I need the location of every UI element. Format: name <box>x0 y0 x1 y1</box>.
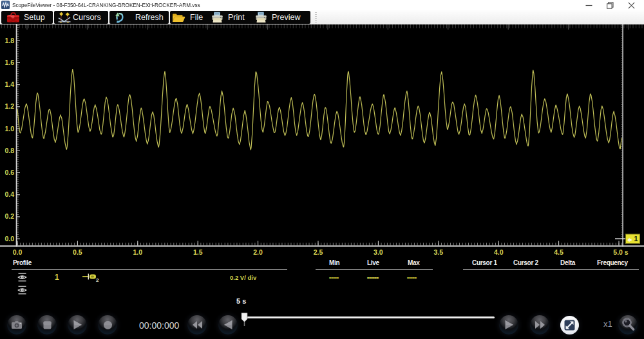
cursors-label: Cursors <box>73 11 101 24</box>
zoom-button[interactable] <box>618 315 638 334</box>
file-toolbar-group: File Print Preview <box>170 11 310 24</box>
svg-text:4.5: 4.5 <box>554 248 564 256</box>
skip-forward-icon <box>535 320 545 329</box>
svg-text:3.5: 3.5 <box>433 248 443 256</box>
transport-bar: 00:00:000 5 s <box>0 309 644 339</box>
svg-text:3.0: 3.0 <box>374 248 383 256</box>
toolbar: Setup Cursors Refresh <box>0 10 644 24</box>
camera-icon <box>11 320 23 329</box>
svg-text:4.0: 4.0 <box>494 248 504 256</box>
slider-time-label: 5 s <box>236 297 246 305</box>
channel2-visibility-eye-icon[interactable] <box>17 286 28 295</box>
svg-text:1.4: 1.4 <box>5 80 14 88</box>
svg-text:0.0: 0.0 <box>5 235 14 243</box>
preview-printer-icon[interactable] <box>254 12 268 23</box>
resize-arrows-icon <box>564 319 576 331</box>
svg-text:1.2: 1.2 <box>5 102 14 110</box>
measurement-panel: Profile Min Live Max Cursor 1 Cursor 2 D… <box>0 257 644 309</box>
preview-label[interactable]: Preview <box>272 11 300 24</box>
play-button[interactable] <box>68 315 87 334</box>
cursor2-header: Cursor 2 <box>513 259 538 266</box>
skip-back-button[interactable] <box>187 315 207 334</box>
print-label[interactable]: Print <box>228 11 245 24</box>
window-title: ScopeFileViewer - 08-F350-64L-CRANKING-B… <box>12 0 200 10</box>
svg-text:0.5: 0.5 <box>73 248 82 256</box>
min-value: ----- <box>329 274 339 280</box>
resize-button[interactable] <box>560 316 579 334</box>
timeline-slider-track[interactable] <box>247 316 495 318</box>
measurements-divider <box>316 269 433 270</box>
profile-divider <box>12 269 287 270</box>
snapshot-button[interactable] <box>7 315 26 334</box>
max-header: Max <box>408 259 420 266</box>
record-icon <box>103 320 113 330</box>
probe-icon: 2 <box>82 273 99 282</box>
cursors-icon <box>58 12 71 23</box>
cursors-divider <box>463 269 639 270</box>
min-header: Min <box>329 259 339 266</box>
minimize-icon <box>585 2 592 9</box>
svg-text:0.0: 0.0 <box>13 248 23 256</box>
step-forward-button[interactable] <box>499 315 518 334</box>
svg-text:1: 1 <box>634 235 638 243</box>
svg-text:0.6: 0.6 <box>5 169 14 176</box>
close-icon <box>628 2 635 9</box>
svg-text:0.4: 0.4 <box>5 190 14 198</box>
channel-scale: 0.2 V/ div <box>230 274 256 281</box>
refresh-label: Refresh <box>135 11 164 24</box>
file-label[interactable]: File <box>190 11 203 24</box>
scope-file-viewer-window: {"window":{"title":"ScopeFileViewer - 08… <box>0 0 644 339</box>
skip-back-icon <box>192 320 203 329</box>
minimize-button[interactable] <box>580 0 597 10</box>
restore-icon <box>607 2 614 9</box>
step-back-icon <box>223 320 233 330</box>
setup-button[interactable]: Setup <box>1 11 53 24</box>
timeline-slider-handle[interactable] <box>241 313 248 326</box>
cursors-button[interactable]: Cursors <box>54 11 108 24</box>
title-bar: ScopeFileViewer - 08-F350-64L-CRANKING-B… <box>0 0 644 10</box>
live-value: ------ <box>367 274 379 280</box>
max-value: ----- <box>407 274 417 280</box>
stop-button[interactable] <box>37 315 57 334</box>
svg-text:1.5: 1.5 <box>193 248 203 256</box>
channel-number: 1 <box>55 273 59 282</box>
record-button[interactable] <box>98 315 117 334</box>
svg-text:1.6: 1.6 <box>5 59 14 66</box>
time-readout: 00:00:000 <box>139 320 179 331</box>
skip-forward-button[interactable] <box>530 315 549 334</box>
profile-header: Profile <box>13 259 32 266</box>
svg-text:0.2: 0.2 <box>5 212 14 220</box>
svg-text:1.0: 1.0 <box>5 125 14 133</box>
setup-label: Setup <box>24 11 45 24</box>
svg-text:0.8: 0.8 <box>5 147 14 154</box>
play-icon <box>73 320 82 330</box>
close-button[interactable] <box>623 0 639 10</box>
cursor1-header: Cursor 1 <box>472 259 497 266</box>
svg-text:5.0 s: 5.0 s <box>613 248 629 256</box>
svg-text:1.8: 1.8 <box>5 37 14 44</box>
app-icon <box>1 1 10 9</box>
step-back-button[interactable] <box>218 315 238 334</box>
frequency-header: Frequency <box>597 259 628 266</box>
waveform-plot: 0.00.20.40.60.81.01.21.41.61.80.00.51.01… <box>0 24 644 257</box>
restore-button[interactable] <box>601 0 618 10</box>
print-printer-icon[interactable] <box>211 12 224 23</box>
svg-text:1.0: 1.0 <box>133 248 142 256</box>
file-folder-icon[interactable] <box>172 13 185 23</box>
toolbar-grip[interactable] <box>315 12 317 23</box>
waveform-chart[interactable]: 0.00.20.40.60.81.01.21.41.61.80.00.51.01… <box>0 24 644 257</box>
channel1-visibility-eye-icon[interactable] <box>17 273 28 282</box>
channel-marker: 1 <box>626 234 640 244</box>
svg-text:2.0: 2.0 <box>253 248 263 256</box>
svg-text:2: 2 <box>96 277 99 282</box>
refresh-button[interactable]: Refresh <box>109 11 169 24</box>
magnifier-icon <box>620 316 636 333</box>
delta-header: Delta <box>560 259 575 266</box>
svg-text:2.5: 2.5 <box>314 248 323 256</box>
live-header: Live <box>367 259 379 266</box>
channel1-trace <box>17 69 621 150</box>
refresh-icon <box>114 12 126 23</box>
zoom-multiplier: x1 <box>603 319 612 329</box>
step-forward-icon <box>504 320 514 330</box>
stop-icon <box>43 321 52 329</box>
